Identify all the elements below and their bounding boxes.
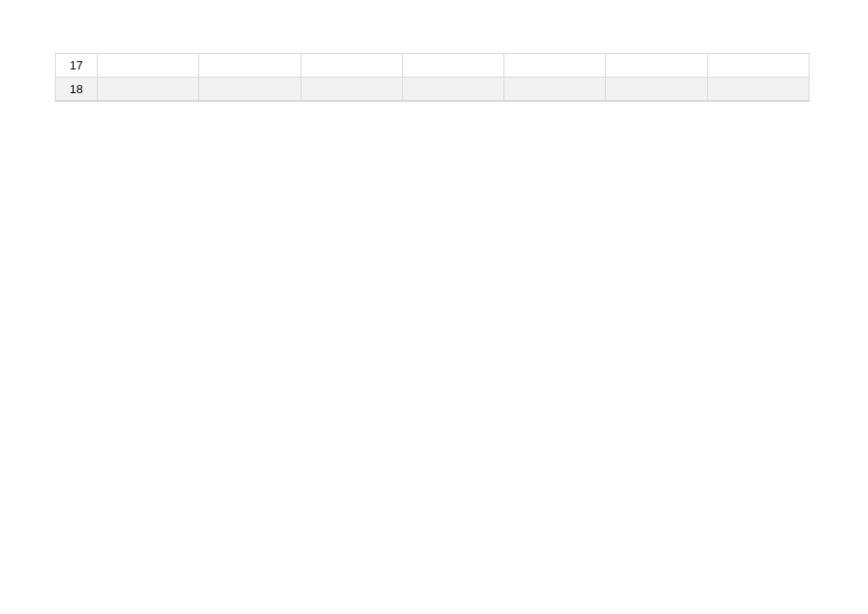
data-cell[interactable] [199,54,301,78]
data-cell[interactable] [98,78,199,101]
table-row[interactable]: 17 [56,54,810,78]
data-cell[interactable] [504,54,606,78]
data-cell[interactable] [707,54,809,78]
data-cell[interactable] [301,54,402,78]
table-container: 17 18 [55,53,810,101]
data-cell[interactable] [707,78,809,101]
data-cell[interactable] [98,54,199,78]
table-row[interactable]: 18 [56,78,810,101]
data-cell[interactable] [402,78,503,101]
data-cell[interactable] [199,78,301,101]
data-cell[interactable] [402,54,503,78]
data-cell[interactable] [606,78,707,101]
data-cell[interactable] [301,78,402,101]
data-cell[interactable] [606,54,707,78]
data-cell[interactable] [504,78,606,101]
table-body: 17 18 [56,54,810,101]
row-number-cell[interactable]: 17 [56,54,98,78]
row-number-cell[interactable]: 18 [56,78,98,101]
data-table: 17 18 [55,53,810,101]
